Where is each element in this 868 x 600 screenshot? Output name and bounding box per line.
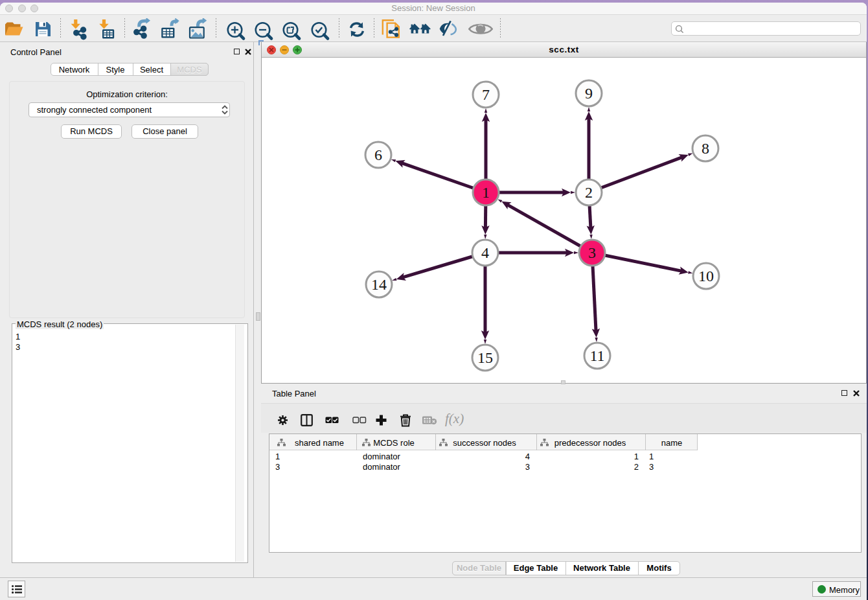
- svg-text:7: 7: [482, 86, 490, 103]
- svg-text:14: 14: [371, 276, 387, 293]
- svg-text:11: 11: [589, 347, 604, 364]
- svg-text:10: 10: [698, 268, 714, 284]
- svg-text:15: 15: [477, 349, 493, 366]
- svg-text:8: 8: [702, 140, 709, 157]
- svg-text:1: 1: [482, 184, 490, 201]
- svg-text:4: 4: [481, 244, 489, 261]
- svg-text:6: 6: [374, 146, 382, 163]
- svg-text:2: 2: [585, 184, 593, 201]
- svg-text:9: 9: [585, 85, 593, 102]
- svg-text:3: 3: [588, 244, 596, 261]
